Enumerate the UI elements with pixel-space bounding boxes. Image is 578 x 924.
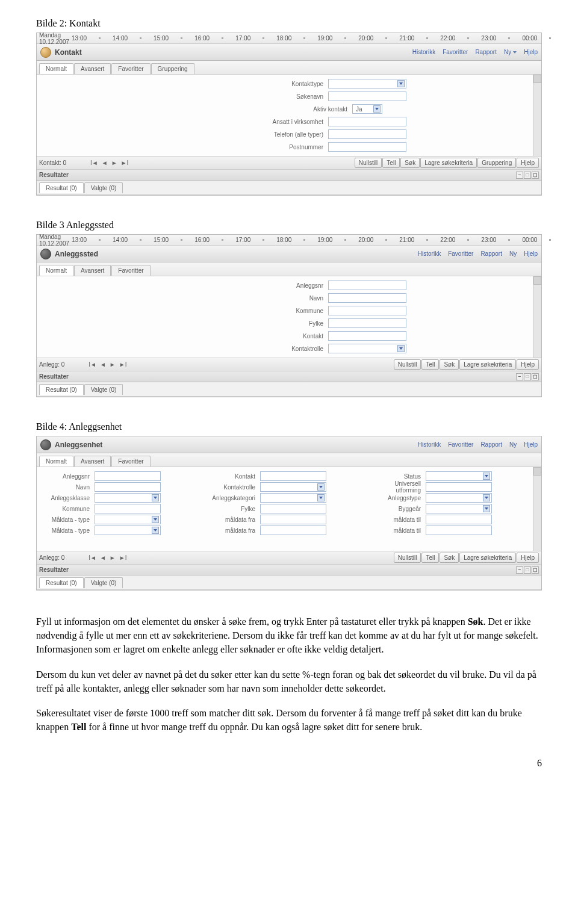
select-status[interactable] (426, 471, 492, 481)
maximize-icon[interactable]: □ (524, 172, 531, 179)
input-telefon[interactable] (328, 129, 406, 139)
input-fylke[interactable] (260, 504, 326, 513)
input-ansatt[interactable] (328, 117, 406, 126)
tab-normalt[interactable]: Normalt (39, 456, 73, 467)
input-universell[interactable] (426, 482, 492, 492)
select-anleggskategori[interactable] (260, 493, 326, 503)
tell-button[interactable]: Tell (382, 158, 400, 168)
lagre-button[interactable]: Lagre søkekriteria (420, 158, 477, 168)
link-hjelp[interactable]: Hjelp (524, 250, 538, 257)
hjelp-button[interactable]: Hjelp (517, 158, 539, 168)
tab-avansert[interactable]: Avansert (74, 456, 111, 467)
link-rapport[interactable]: Rapport (475, 49, 497, 55)
tab-normalt[interactable]: Normalt (39, 63, 73, 74)
tab-resultat[interactable]: Resultat (0) (39, 577, 84, 588)
scrollbar[interactable] (533, 75, 541, 156)
select-anleggstype[interactable] (426, 493, 492, 503)
hjelp-button[interactable]: Hjelp (517, 553, 539, 563)
tab-valgte[interactable]: Valgte (0) (84, 384, 123, 395)
link-hjelp[interactable]: Hjelp (524, 49, 538, 55)
input-anleggsnr[interactable] (328, 281, 406, 290)
link-rapport[interactable]: Rapport (480, 250, 502, 257)
tab-resultat[interactable]: Resultat (0) (39, 384, 84, 395)
nav-next-icon[interactable]: ► (110, 361, 116, 368)
input-fylke[interactable] (328, 318, 406, 328)
lagre-button[interactable]: Lagre søkekriteria (459, 359, 516, 370)
gruppering-button[interactable]: Gruppering (477, 158, 516, 168)
nav-next-icon[interactable]: ► (111, 160, 117, 166)
nullstill-button[interactable]: Nullstill (394, 359, 421, 370)
tab-normalt[interactable]: Normalt (39, 265, 73, 276)
input-navn[interactable] (328, 293, 406, 303)
input-kontakt[interactable] (260, 471, 326, 481)
tab-valgte[interactable]: Valgte (0) (84, 577, 123, 588)
input-postnr[interactable] (328, 142, 406, 152)
lagre-button[interactable]: Lagre søkekriteria (459, 553, 516, 563)
tab-valgte[interactable]: Valgte (0) (84, 182, 123, 193)
nav-first-icon[interactable]: I◄ (90, 160, 98, 166)
minimize-icon[interactable]: − (516, 566, 523, 574)
link-ny[interactable]: Ny (509, 441, 517, 448)
tab-favoritter[interactable]: Favoritter (111, 265, 150, 276)
link-rapport[interactable]: Rapport (480, 441, 502, 448)
scrollbar[interactable] (533, 467, 541, 551)
tab-favoritter[interactable]: Favoritter (111, 456, 150, 467)
select-anleggsklasse[interactable] (95, 493, 161, 503)
link-favoritter[interactable]: Favoritter (443, 49, 468, 55)
nav-prev-icon[interactable]: ◄ (100, 554, 106, 561)
input-navn[interactable] (95, 482, 161, 492)
hjelp-button[interactable]: Hjelp (517, 359, 539, 370)
nav-first-icon[interactable]: I◄ (89, 554, 96, 561)
link-historikk[interactable]: Historikk (418, 441, 441, 448)
select-kontaktrolle[interactable] (328, 344, 406, 353)
nav-last-icon[interactable]: ►I (121, 160, 129, 166)
link-ny[interactable]: Ny (509, 250, 517, 257)
tab-gruppering[interactable]: Gruppering (151, 63, 194, 74)
minimize-icon[interactable]: − (516, 373, 523, 380)
tab-resultat[interactable]: Resultat (0) (39, 182, 84, 193)
nav-next-icon[interactable]: ► (110, 554, 116, 561)
tell-button[interactable]: Tell (421, 359, 439, 370)
nullstill-button[interactable]: Nullstill (394, 553, 421, 563)
link-hjelp[interactable]: Hjelp (524, 441, 538, 448)
input-anleggsnr[interactable] (95, 471, 161, 481)
input-maldata-fra1[interactable] (260, 515, 326, 524)
nav-last-icon[interactable]: ►I (119, 361, 127, 368)
input-kommune[interactable] (95, 504, 161, 513)
link-favoritter[interactable]: Favoritter (448, 250, 473, 257)
nav-prev-icon[interactable]: ◄ (102, 160, 108, 166)
select-kontaktrolle[interactable] (260, 482, 326, 492)
scrollbar[interactable] (533, 276, 541, 358)
link-historikk[interactable]: Historikk (418, 250, 441, 257)
sok-button[interactable]: Søk (440, 359, 459, 370)
sok-button[interactable]: Søk (400, 158, 420, 168)
tab-avansert[interactable]: Avansert (74, 265, 111, 276)
maximize-icon[interactable]: □ (524, 373, 531, 380)
minimize-icon[interactable]: − (516, 172, 523, 179)
sok-button[interactable]: Søk (440, 553, 459, 563)
restore-icon[interactable]: ▢ (532, 566, 539, 574)
input-kontakt[interactable] (328, 331, 406, 341)
select-maldata-type1[interactable] (95, 515, 161, 524)
select-maldata-type2[interactable] (95, 526, 161, 535)
restore-icon[interactable]: ▢ (532, 373, 539, 380)
input-maldata-til2[interactable] (426, 526, 492, 535)
select-aktiv[interactable]: Ja (352, 104, 382, 114)
maximize-icon[interactable]: □ (524, 566, 531, 574)
nav-prev-icon[interactable]: ◄ (100, 361, 106, 368)
link-historikk[interactable]: Historikk (412, 49, 435, 55)
select-kontakttype[interactable] (328, 79, 406, 88)
input-maldata-fra2[interactable] (260, 526, 326, 535)
input-kommune[interactable] (328, 306, 406, 315)
select-byggear[interactable] (426, 504, 492, 513)
input-maldata-til1[interactable] (426, 515, 492, 524)
link-favoritter[interactable]: Favoritter (448, 441, 473, 448)
input-sokenavn[interactable] (328, 91, 406, 101)
link-ny[interactable]: Ny (504, 49, 517, 55)
tell-button[interactable]: Tell (421, 553, 439, 563)
restore-icon[interactable]: ▢ (532, 172, 539, 179)
nav-last-icon[interactable]: ►I (119, 554, 127, 561)
nav-first-icon[interactable]: I◄ (89, 361, 96, 368)
nullstill-button[interactable]: Nullstill (355, 158, 382, 168)
tab-avansert[interactable]: Avansert (74, 63, 111, 74)
